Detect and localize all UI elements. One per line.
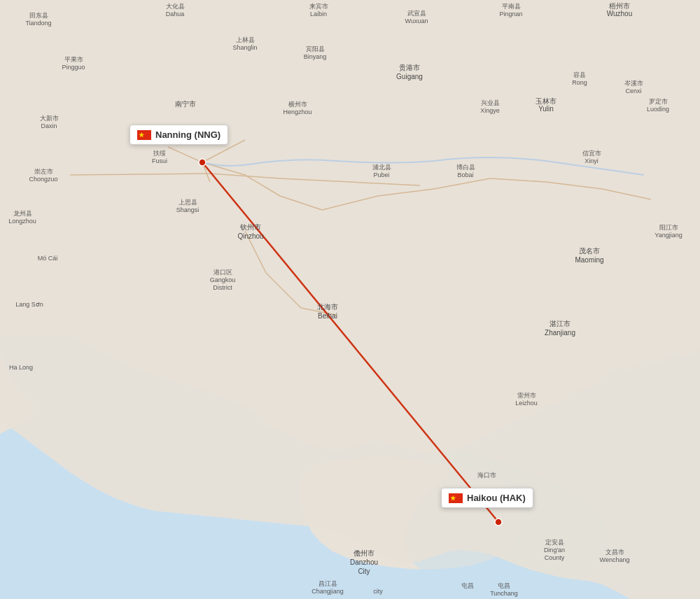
svg-text:玉林市: 玉林市: [536, 97, 556, 105]
svg-text:City: City: [358, 568, 370, 575]
svg-text:Beihai: Beihai: [318, 312, 337, 320]
svg-text:Changjiang: Changjiang: [312, 588, 344, 595]
svg-text:Tiandong: Tiandong: [25, 20, 51, 27]
svg-text:District: District: [213, 284, 232, 291]
svg-text:Hengzhou: Hengzhou: [283, 108, 312, 115]
svg-text:兴业县: 兴业县: [481, 99, 500, 106]
svg-text:容县: 容县: [573, 71, 586, 78]
svg-text:龙州县: 龙州县: [13, 210, 32, 217]
svg-text:Mó Cái: Mó Cái: [38, 255, 58, 262]
svg-text:Pingnan: Pingnan: [499, 10, 522, 17]
svg-text:信宜市: 信宜市: [582, 150, 601, 157]
svg-text:Danzhou: Danzhou: [350, 558, 378, 566]
svg-text:钦州市: 钦州市: [239, 223, 261, 231]
svg-text:Qinzhou: Qinzhou: [237, 232, 263, 240]
svg-text:Ha Long: Ha Long: [9, 364, 33, 371]
nanning-label: Nanning (NNG): [155, 129, 220, 140]
svg-text:湛江市: 湛江市: [550, 320, 570, 327]
svg-text:Bobai: Bobai: [457, 171, 473, 178]
china-flag-nanning: [137, 130, 151, 140]
map-container: 田东县 Tiandong 大化县 Dahua 来宾市 Laibin 武宣县 Wu…: [0, 0, 700, 599]
svg-text:Rong: Rong: [572, 79, 587, 86]
svg-text:屯昌: 屯昌: [498, 582, 510, 589]
svg-text:扶绥: 扶绥: [153, 150, 166, 157]
svg-text:Yangjiang: Yangjiang: [654, 232, 682, 239]
svg-point-21: [199, 159, 206, 166]
svg-text:Xingye: Xingye: [480, 107, 500, 114]
svg-text:Luoding: Luoding: [647, 106, 669, 113]
svg-text:Shanglin: Shanglin: [232, 44, 257, 51]
svg-text:武宣县: 武宣县: [407, 10, 426, 17]
svg-text:贵港市: 贵港市: [399, 64, 420, 71]
svg-text:Ding'an: Ding'an: [544, 547, 565, 554]
svg-text:Shangsi: Shangsi: [176, 206, 200, 213]
svg-text:梧州市: 梧州市: [608, 2, 630, 10]
svg-text:上林县: 上林县: [236, 36, 255, 43]
svg-text:Longzhou: Longzhou: [8, 218, 36, 225]
svg-text:大化县: 大化县: [166, 3, 185, 10]
svg-text:平果市: 平果市: [64, 56, 83, 63]
svg-text:定安县: 定安县: [545, 539, 564, 546]
svg-text:阳江市: 阳江市: [659, 224, 678, 231]
svg-text:Yulin: Yulin: [538, 105, 554, 113]
svg-point-22: [495, 519, 502, 526]
svg-text:上思县: 上思县: [178, 199, 197, 206]
svg-text:Binyang: Binyang: [304, 53, 327, 60]
china-flag-haikou: [449, 493, 463, 503]
svg-text:Gangkou: Gangkou: [210, 276, 236, 283]
svg-text:Chongzuo: Chongzuo: [29, 176, 57, 183]
svg-text:Cenxi: Cenxi: [625, 87, 641, 94]
svg-text:Wuzhou: Wuzhou: [607, 10, 633, 17]
haikou-label: Haikou (HAK): [467, 493, 526, 503]
svg-text:Wuxuan: Wuxuan: [405, 17, 428, 24]
svg-text:港口区: 港口区: [214, 269, 232, 276]
svg-text:Pubei: Pubei: [373, 171, 389, 178]
svg-text:Wenchang: Wenchang: [600, 556, 630, 563]
svg-text:Laibin: Laibin: [310, 10, 327, 17]
svg-text:Guigang: Guigang: [396, 73, 423, 80]
svg-text:岑溪市: 岑溪市: [624, 80, 643, 87]
svg-text:Daxin: Daxin: [41, 122, 57, 129]
svg-text:昌江县: 昌江县: [318, 580, 337, 587]
svg-text:雷州市: 雷州市: [517, 392, 536, 399]
svg-text:平南县: 平南县: [502, 3, 521, 10]
svg-text:Dahua: Dahua: [166, 10, 185, 17]
svg-text:Lang Sơn: Lang Sơn: [15, 301, 43, 308]
svg-text:茂名市: 茂名市: [579, 247, 600, 255]
svg-text:罗定市: 罗定市: [649, 98, 668, 105]
svg-text:浦北县: 浦北县: [372, 164, 391, 171]
svg-text:儋州市: 儋州市: [354, 549, 374, 557]
svg-text:横州市: 横州市: [288, 101, 307, 108]
svg-text:Tunchang: Tunchang: [490, 590, 518, 597]
svg-text:Xinyi: Xinyi: [584, 157, 598, 164]
svg-text:来宾市: 来宾市: [309, 3, 328, 10]
nanning-tooltip: Nanning (NNG): [130, 125, 228, 145]
svg-text:田东县: 田东县: [29, 12, 48, 19]
svg-text:大新市: 大新市: [40, 115, 59, 122]
haikou-tooltip: Haikou (HAK): [441, 488, 533, 508]
svg-text:Leizhou: Leizhou: [515, 400, 538, 407]
svg-text:宾阳县: 宾阳县: [306, 45, 325, 52]
svg-text:city: city: [373, 588, 383, 595]
svg-text:博白县: 博白县: [456, 164, 475, 171]
svg-text:Maoming: Maoming: [575, 256, 603, 264]
svg-text:Pingguo: Pingguo: [62, 64, 85, 71]
svg-text:文昌市: 文昌市: [606, 549, 624, 556]
svg-text:County: County: [545, 554, 565, 561]
svg-text:北海市: 北海市: [317, 303, 338, 311]
svg-text:崇左市: 崇左市: [34, 168, 53, 175]
svg-text:Fusui: Fusui: [152, 157, 167, 164]
svg-text:屯昌: 屯昌: [461, 582, 474, 589]
svg-text:海口市: 海口市: [477, 472, 496, 479]
svg-text:Zhanjiang: Zhanjiang: [545, 329, 575, 337]
svg-text:南宁市: 南宁市: [175, 100, 196, 108]
